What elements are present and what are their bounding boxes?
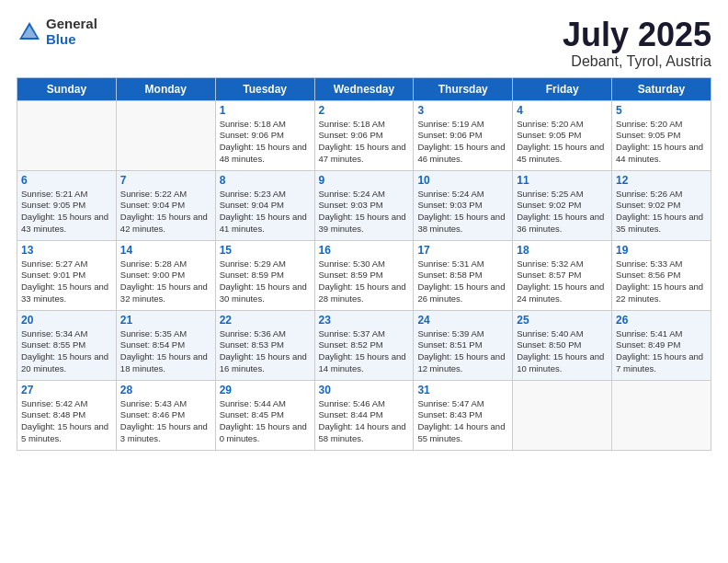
- calendar-week-row: 27Sunrise: 5:42 AM Sunset: 8:48 PM Dayli…: [17, 380, 711, 450]
- day-number: 26: [616, 314, 707, 327]
- day-number: 14: [120, 244, 211, 257]
- table-row: [116, 100, 215, 170]
- day-info: Sunrise: 5:42 AM Sunset: 8:48 PM Dayligh…: [21, 398, 112, 445]
- table-row: 26Sunrise: 5:41 AM Sunset: 8:49 PM Dayli…: [612, 310, 711, 380]
- day-info: Sunrise: 5:29 AM Sunset: 8:59 PM Dayligh…: [220, 259, 311, 305]
- day-number: 12: [616, 174, 707, 187]
- table-row: 5Sunrise: 5:20 AM Sunset: 9:05 PM Daylig…: [612, 100, 711, 170]
- table-row: 1Sunrise: 5:18 AM Sunset: 9:06 PM Daylig…: [215, 100, 314, 170]
- col-friday: Friday: [513, 77, 612, 100]
- day-info: Sunrise: 5:46 AM Sunset: 8:44 PM Dayligh…: [319, 398, 410, 445]
- table-row: 22Sunrise: 5:36 AM Sunset: 8:53 PM Dayli…: [215, 310, 314, 380]
- day-number: 6: [21, 174, 112, 187]
- day-number: 9: [319, 174, 410, 187]
- logo-general-label: General: [46, 17, 97, 32]
- logo-blue-label: Blue: [46, 32, 97, 48]
- day-info: Sunrise: 5:36 AM Sunset: 8:53 PM Dayligh…: [220, 328, 311, 375]
- day-number: 24: [417, 314, 508, 327]
- table-row: 16Sunrise: 5:30 AM Sunset: 8:59 PM Dayli…: [314, 240, 414, 310]
- table-row: 20Sunrise: 5:34 AM Sunset: 8:55 PM Dayli…: [17, 310, 117, 380]
- table-row: 17Sunrise: 5:31 AM Sunset: 8:58 PM Dayli…: [414, 240, 513, 310]
- table-row: 2Sunrise: 5:18 AM Sunset: 9:06 PM Daylig…: [314, 100, 414, 170]
- day-info: Sunrise: 5:24 AM Sunset: 9:03 PM Dayligh…: [417, 189, 508, 236]
- table-row: 21Sunrise: 5:35 AM Sunset: 8:54 PM Dayli…: [116, 310, 215, 380]
- day-info: Sunrise: 5:47 AM Sunset: 8:43 PM Dayligh…: [417, 398, 508, 445]
- col-wednesday: Wednesday: [314, 77, 414, 100]
- day-number: 11: [517, 174, 608, 187]
- table-row: 11Sunrise: 5:25 AM Sunset: 9:02 PM Dayli…: [513, 170, 612, 240]
- day-number: 1: [220, 104, 311, 117]
- table-row: 30Sunrise: 5:46 AM Sunset: 8:44 PM Dayli…: [314, 380, 414, 450]
- day-number: 13: [21, 244, 112, 257]
- logo-text: General Blue: [46, 17, 97, 47]
- day-number: 8: [220, 174, 311, 187]
- day-number: 16: [319, 244, 410, 257]
- day-info: Sunrise: 5:40 AM Sunset: 8:50 PM Dayligh…: [517, 328, 608, 375]
- day-number: 17: [417, 244, 508, 257]
- day-number: 10: [417, 174, 508, 187]
- table-row: 18Sunrise: 5:32 AM Sunset: 8:57 PM Dayli…: [513, 240, 612, 310]
- day-info: Sunrise: 5:37 AM Sunset: 8:52 PM Dayligh…: [319, 328, 410, 375]
- day-info: Sunrise: 5:18 AM Sunset: 9:06 PM Dayligh…: [319, 119, 410, 166]
- col-sunday: Sunday: [17, 77, 117, 100]
- table-row: 8Sunrise: 5:23 AM Sunset: 9:04 PM Daylig…: [215, 170, 314, 240]
- day-info: Sunrise: 5:41 AM Sunset: 8:49 PM Dayligh…: [616, 328, 707, 375]
- table-row: 12Sunrise: 5:26 AM Sunset: 9:02 PM Dayli…: [612, 170, 711, 240]
- day-info: Sunrise: 5:19 AM Sunset: 9:06 PM Dayligh…: [417, 119, 508, 166]
- table-row: 7Sunrise: 5:22 AM Sunset: 9:04 PM Daylig…: [116, 170, 215, 240]
- table-row: [612, 380, 711, 450]
- day-info: Sunrise: 5:21 AM Sunset: 9:05 PM Dayligh…: [21, 189, 112, 236]
- day-info: Sunrise: 5:44 AM Sunset: 8:45 PM Dayligh…: [220, 398, 311, 445]
- table-row: 24Sunrise: 5:39 AM Sunset: 8:51 PM Dayli…: [414, 310, 513, 380]
- day-info: Sunrise: 5:18 AM Sunset: 9:06 PM Dayligh…: [220, 119, 311, 166]
- col-monday: Monday: [116, 77, 215, 100]
- col-tuesday: Tuesday: [215, 77, 314, 100]
- location-title: Debant, Tyrol, Austria: [563, 53, 711, 70]
- header: General Blue July 2025 Debant, Tyrol, Au…: [17, 17, 711, 70]
- table-row: 10Sunrise: 5:24 AM Sunset: 9:03 PM Dayli…: [414, 170, 513, 240]
- col-saturday: Saturday: [612, 77, 711, 100]
- day-number: 25: [517, 314, 608, 327]
- day-number: 5: [616, 104, 707, 117]
- day-info: Sunrise: 5:28 AM Sunset: 9:00 PM Dayligh…: [120, 259, 211, 305]
- table-row: [513, 380, 612, 450]
- day-info: Sunrise: 5:23 AM Sunset: 9:04 PM Dayligh…: [220, 189, 311, 236]
- day-info: Sunrise: 5:22 AM Sunset: 9:04 PM Dayligh…: [120, 189, 211, 236]
- month-title: July 2025: [563, 17, 711, 53]
- logo-icon: [17, 19, 42, 45]
- col-thursday: Thursday: [414, 77, 513, 100]
- day-info: Sunrise: 5:43 AM Sunset: 8:46 PM Dayligh…: [120, 398, 211, 445]
- day-number: 3: [417, 104, 508, 117]
- day-info: Sunrise: 5:25 AM Sunset: 9:02 PM Dayligh…: [517, 189, 608, 236]
- day-number: 2: [319, 104, 410, 117]
- table-row: 15Sunrise: 5:29 AM Sunset: 8:59 PM Dayli…: [215, 240, 314, 310]
- day-info: Sunrise: 5:24 AM Sunset: 9:03 PM Dayligh…: [319, 189, 410, 236]
- calendar-week-row: 1Sunrise: 5:18 AM Sunset: 9:06 PM Daylig…: [17, 100, 711, 170]
- calendar-header-row: Sunday Monday Tuesday Wednesday Thursday…: [17, 77, 711, 100]
- day-number: 15: [220, 244, 311, 257]
- day-number: 30: [319, 384, 410, 396]
- table-row: 29Sunrise: 5:44 AM Sunset: 8:45 PM Dayli…: [215, 380, 314, 450]
- day-number: 22: [220, 314, 311, 327]
- table-row: 13Sunrise: 5:27 AM Sunset: 9:01 PM Dayli…: [17, 240, 117, 310]
- day-number: 18: [517, 244, 608, 257]
- table-row: 25Sunrise: 5:40 AM Sunset: 8:50 PM Dayli…: [513, 310, 612, 380]
- calendar-week-row: 20Sunrise: 5:34 AM Sunset: 8:55 PM Dayli…: [17, 310, 711, 380]
- day-info: Sunrise: 5:33 AM Sunset: 8:56 PM Dayligh…: [616, 259, 707, 305]
- day-info: Sunrise: 5:34 AM Sunset: 8:55 PM Dayligh…: [21, 328, 112, 375]
- table-row: 28Sunrise: 5:43 AM Sunset: 8:46 PM Dayli…: [116, 380, 215, 450]
- table-row: 14Sunrise: 5:28 AM Sunset: 9:00 PM Dayli…: [116, 240, 215, 310]
- table-row: 4Sunrise: 5:20 AM Sunset: 9:05 PM Daylig…: [513, 100, 612, 170]
- table-row: 27Sunrise: 5:42 AM Sunset: 8:48 PM Dayli…: [17, 380, 117, 450]
- day-number: 28: [120, 384, 211, 396]
- day-number: 4: [517, 104, 608, 117]
- day-number: 21: [120, 314, 211, 327]
- table-row: 19Sunrise: 5:33 AM Sunset: 8:56 PM Dayli…: [612, 240, 711, 310]
- day-info: Sunrise: 5:27 AM Sunset: 9:01 PM Dayligh…: [21, 259, 112, 305]
- logo: General Blue: [17, 17, 97, 47]
- day-number: 31: [417, 384, 508, 396]
- day-number: 19: [616, 244, 707, 257]
- day-number: 27: [21, 384, 112, 396]
- calendar-week-row: 6Sunrise: 5:21 AM Sunset: 9:05 PM Daylig…: [17, 170, 711, 240]
- day-number: 20: [21, 314, 112, 327]
